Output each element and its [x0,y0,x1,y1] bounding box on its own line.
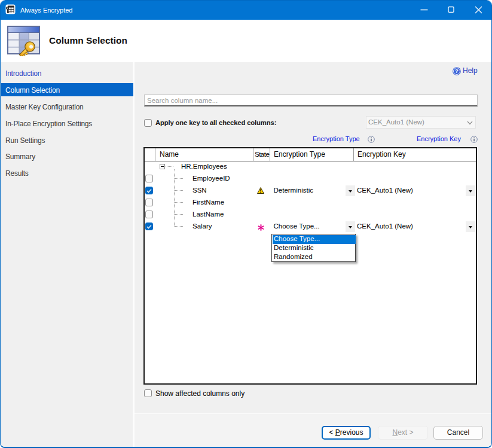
svg-text:?: ? [455,68,459,74]
